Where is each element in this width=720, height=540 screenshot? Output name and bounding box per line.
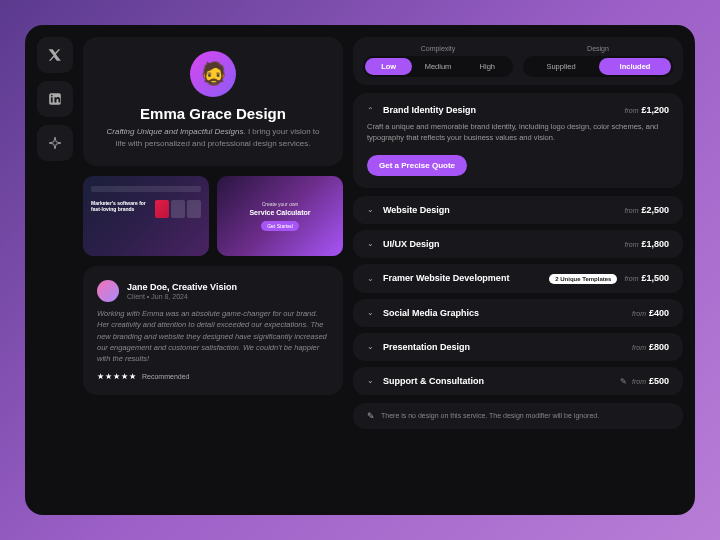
service-price: £2,500 [641, 205, 669, 215]
service-badge: 2 Unique Templates [549, 274, 617, 284]
service-title: Website Design [383, 205, 450, 215]
get-quote-button[interactable]: Get a Precise Quote [367, 155, 467, 176]
social-spark-button[interactable] [37, 125, 73, 161]
service-price: £800 [649, 342, 669, 352]
spark-icon [48, 136, 62, 150]
service-title: UI/UX Design [383, 239, 440, 249]
profile-bio: Crafting Unique and Impactful Designs. I… [101, 126, 325, 150]
svg-point-2 [51, 95, 53, 97]
service-row[interactable]: ⌄Support & Consultation✎from£500 [353, 367, 683, 395]
chevron-down-icon: ⌄ [367, 376, 377, 385]
service-price: £1,500 [641, 273, 669, 283]
chevron-down-icon: ⌄ [367, 239, 377, 248]
service-title: Support & Consultation [383, 376, 484, 386]
testimonial-name: Jane Doe, Creative Vision [127, 282, 237, 292]
chevron-down-icon: ⌄ [367, 308, 377, 317]
filter-bar: Complexity Low Medium High Design Suppli… [353, 37, 683, 85]
service-title: Presentation Design [383, 342, 470, 352]
service-title: Framer Website Development [383, 273, 509, 283]
complexity-low[interactable]: Low [365, 58, 412, 75]
chevron-down-icon: ⌄ [367, 342, 377, 351]
design-supplied[interactable]: Supplied [525, 58, 597, 75]
complexity-medium[interactable]: Medium [414, 58, 461, 75]
service-price: £500 [649, 376, 669, 386]
x-icon [48, 48, 62, 62]
design-included[interactable]: Included [599, 58, 671, 75]
complexity-filter: Complexity Low Medium High [363, 45, 513, 77]
pencil-off-icon: ✎ [367, 411, 375, 421]
portfolio-thumb-1[interactable]: Marketer's software for fast-loving bran… [83, 176, 209, 256]
svg-rect-1 [51, 97, 53, 102]
service-row[interactable]: ⌄UI/UX Designfrom£1,800 [353, 230, 683, 258]
testimonial-card: Jane Doe, Creative Vision Client • Jun 8… [83, 266, 343, 395]
service-row[interactable]: ⌄Website Designfrom£2,500 [353, 196, 683, 224]
left-column: 🧔 Emma Grace Design Crafting Unique and … [83, 37, 343, 503]
testimonial-quote: Working with Emma was an absolute game-c… [97, 308, 329, 364]
service-row[interactable]: ⌄Framer Website Development2 Unique Temp… [353, 264, 683, 293]
avatar: 🧔 [190, 51, 236, 97]
app-frame: 🧔 Emma Grace Design Crafting Unique and … [25, 25, 695, 515]
service-title: Social Media Graphics [383, 308, 479, 318]
profile-name: Emma Grace Design [101, 105, 325, 122]
complexity-high[interactable]: High [464, 58, 511, 75]
portfolio-thumbs: Marketer's software for fast-loving bran… [83, 176, 343, 256]
right-column: Complexity Low Medium High Design Suppli… [353, 37, 683, 503]
chevron-down-icon: ⌄ [367, 274, 377, 283]
pencil-off-icon: ✎ [620, 377, 627, 386]
service-description: Craft a unique and memorable brand ident… [367, 121, 669, 144]
profile-card: 🧔 Emma Grace Design Crafting Unique and … [83, 37, 343, 166]
stars-icon: ★★★★★ [97, 372, 137, 381]
testimonial-avatar [97, 280, 119, 302]
social-column [37, 37, 73, 503]
service-price: £1,800 [641, 239, 669, 249]
design-filter: Design Supplied Included [523, 45, 673, 77]
service-row[interactable]: ⌄Presentation Designfrom£800 [353, 333, 683, 361]
design-notice: ✎ There is no design on this service. Th… [353, 403, 683, 429]
service-row[interactable]: ⌄Social Media Graphicsfrom£400 [353, 299, 683, 327]
linkedin-icon [48, 92, 62, 106]
testimonial-meta: Client • Jun 8, 2024 [127, 293, 237, 300]
service-list: ⌄Website Designfrom£2,500⌄UI/UX Designfr… [353, 196, 683, 395]
social-x-button[interactable] [37, 37, 73, 73]
chevron-down-icon: ⌄ [367, 205, 377, 214]
testimonial-rating: ★★★★★ Recommended [97, 372, 329, 381]
chevron-up-icon: ⌃ [367, 106, 377, 115]
portfolio-thumb-2[interactable]: Create your own Service Calculator Get S… [217, 176, 343, 256]
service-price: £400 [649, 308, 669, 318]
social-linkedin-button[interactable] [37, 81, 73, 117]
service-expanded-brand-identity[interactable]: ⌃ Brand Identity Design from £1,200 Craf… [353, 93, 683, 188]
